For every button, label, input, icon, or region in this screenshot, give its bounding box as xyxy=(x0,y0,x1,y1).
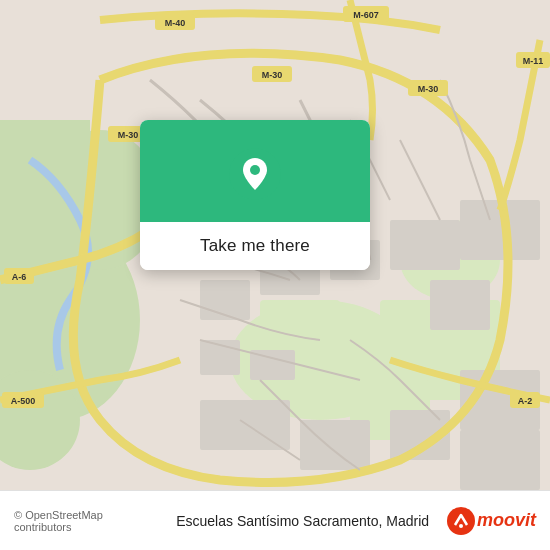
svg-text:M-30: M-30 xyxy=(418,84,439,94)
svg-text:M-11: M-11 xyxy=(523,56,544,66)
svg-text:M-30: M-30 xyxy=(118,130,139,140)
svg-rect-22 xyxy=(200,400,290,450)
take-me-there-button[interactable]: Take me there xyxy=(140,222,370,270)
moovit-logo-text: moovit xyxy=(477,510,536,531)
svg-point-43 xyxy=(447,507,475,535)
svg-rect-13 xyxy=(390,220,460,270)
location-card: Take me there xyxy=(140,120,370,270)
svg-text:A-500: A-500 xyxy=(11,396,36,406)
svg-text:A-2: A-2 xyxy=(518,396,533,406)
location-name: Escuelas Santísimo Sacramento, Madrid xyxy=(158,513,447,529)
moovit-logo: moovit xyxy=(447,507,536,535)
svg-text:M-40: M-40 xyxy=(165,18,186,28)
svg-point-42 xyxy=(250,165,260,175)
svg-rect-15 xyxy=(430,280,490,330)
svg-text:A-6: A-6 xyxy=(12,272,27,282)
bottom-bar: © OpenStreetMap contributors Escuelas Sa… xyxy=(0,490,550,550)
svg-text:M-607: M-607 xyxy=(353,10,379,20)
map-container: M-40 M-607 M-30 M-30 M-30 M-11 A-6 A-500… xyxy=(0,0,550,490)
svg-rect-3 xyxy=(0,120,90,260)
moovit-logo-icon xyxy=(447,507,475,535)
card-header xyxy=(140,120,370,222)
svg-text:M-30: M-30 xyxy=(262,70,283,80)
svg-point-44 xyxy=(459,524,463,528)
map-pin-icon xyxy=(229,148,281,200)
attribution-text: © OpenStreetMap contributors xyxy=(14,509,158,533)
svg-rect-21 xyxy=(300,420,370,470)
svg-rect-19 xyxy=(460,430,540,490)
